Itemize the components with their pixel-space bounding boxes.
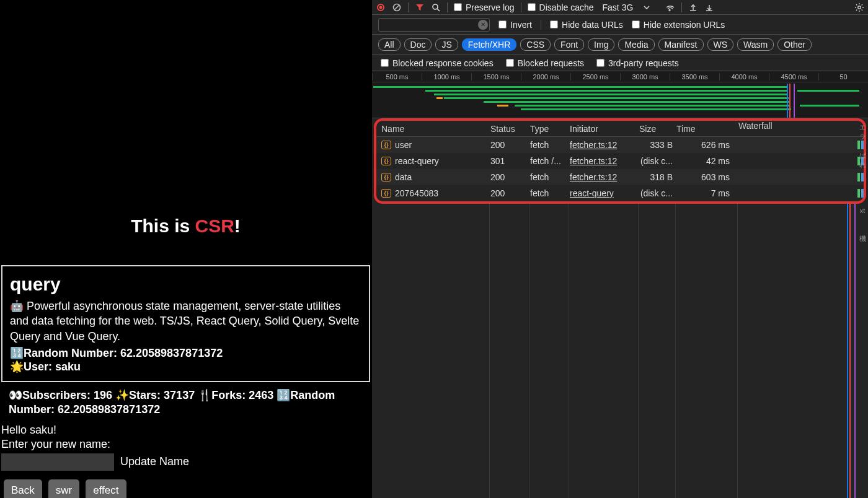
clear-filter-icon[interactable]: ✕ [478,20,488,30]
name-input[interactable] [1,453,114,471]
separator [447,2,448,12]
chip-fetch-xhr[interactable]: Fetch/XHR [462,38,516,51]
request-size: 318 B [639,172,676,182]
info-heading: query [10,274,361,295]
svg-line-5 [437,9,440,11]
col-status[interactable]: Status [490,124,530,134]
request-name: data [395,172,412,182]
download-icon[interactable] [704,2,714,12]
back-button[interactable]: Back [4,479,42,498]
tick: 1000 ms [422,73,471,81]
col-size[interactable]: Size [639,124,676,134]
chip-font[interactable]: Font [554,38,584,51]
request-type: fetch [530,172,570,182]
chip-manifest[interactable]: Manifest [658,38,704,51]
hide-data-urls-checkbox[interactable]: Hide data URLs [550,20,623,30]
chevron-down-icon[interactable] [642,2,652,12]
disable-cache-checkbox[interactable]: Disable cache [528,2,594,12]
separator [681,2,682,12]
request-initiator[interactable]: react-query [570,188,639,198]
overview-timeline[interactable]: 500 ms1000 ms1500 ms2000 ms2500 ms3000 m… [372,71,868,118]
blocked-response-cookies-checkbox[interactable]: Blocked response cookies [381,58,494,68]
request-initiator[interactable]: fetcher.ts:12 [570,172,639,182]
third-party-requests-checkbox[interactable]: 3rd-party requests [596,58,679,68]
gear-icon[interactable] [854,2,864,12]
chip-ws[interactable]: WS [707,38,734,51]
filter-icon[interactable] [415,2,425,12]
tick: 3000 ms [620,73,670,81]
svg-point-6 [858,6,861,9]
col-initiator[interactable]: Initiator [570,124,639,134]
request-name: user [395,140,412,150]
request-name: 207645083 [395,188,438,198]
table-row[interactable]: {}data200fetchfetcher.ts:12318 B603 ms [376,169,864,185]
title-pre: This is [131,216,195,236]
request-initiator[interactable]: fetcher.ts:12 [570,156,639,166]
chip-img[interactable]: Img [588,38,614,51]
request-initiator[interactable]: fetcher.ts:12 [570,140,639,150]
title-post: ! [234,216,241,236]
separator [541,20,541,30]
swr-button[interactable]: swr [48,479,79,498]
random-number-line: 🔢Random Number: 62.20589837871372 [10,346,361,360]
chip-wasm[interactable]: Wasm [737,38,774,51]
column-gridlines [372,204,738,498]
edge-annotation: エラばれ*xt機 [857,123,868,243]
preserve-log-checkbox[interactable]: Preserve log [454,2,515,12]
request-type: fetch /... [530,156,570,166]
dcl-line [847,204,848,498]
hello-text: Hello saku! [0,417,371,437]
request-time: 603 ms [676,172,738,182]
col-type[interactable]: Type [530,124,570,134]
request-name: react-query [395,156,439,166]
invert-checkbox[interactable]: Invert [498,20,532,30]
stats-line: 👀Subscribers: 196 ✨Stars: 37137 🍴Forks: … [0,382,371,417]
timeline-bars [372,84,868,118]
throttle-select[interactable]: Fast 3G [603,2,634,12]
chip-css[interactable]: CSS [520,38,551,51]
wifi-icon[interactable] [665,2,675,12]
json-icon: {} [381,157,391,165]
request-status: 200 [490,172,530,182]
tick: 50 [818,73,868,81]
timeline-ticks: 500 ms1000 ms1500 ms2000 ms2500 ms3000 m… [372,71,868,82]
col-waterfall[interactable]: Waterfall [738,121,864,136]
separator [521,2,521,12]
separator [408,2,409,12]
chip-other[interactable]: Other [777,38,812,51]
svg-line-3 [395,5,399,9]
chip-js[interactable]: JS [435,38,458,51]
table-row[interactable]: {}react-query301fetch /...fetcher.ts:12(… [376,153,864,169]
col-time[interactable]: Time [676,124,738,134]
hide-extension-urls-checkbox[interactable]: Hide extension URLs [632,20,725,30]
title-csr: CSR [195,216,234,236]
col-name[interactable]: Name [379,124,490,134]
tick: 500 ms [372,73,422,81]
more-filters-row: Blocked response cookies Blocked request… [372,55,868,71]
json-icon: {} [381,189,391,198]
table-header: Name Status Type Initiator Size Time Wat… [376,121,864,137]
chip-all[interactable]: All [378,38,401,51]
info-box: query 🤖 Powerful asynchronous state mana… [1,265,370,382]
tick: 4500 ms [769,73,818,81]
table-row[interactable]: {}user200fetchfetcher.ts:12333 B626 ms [376,137,864,153]
clear-icon[interactable] [392,2,402,12]
network-table-highlight: Name Status Type Initiator Size Time Wat… [374,118,866,204]
table-row[interactable]: {}207645083200fetchreact-query(disk c...… [376,185,864,201]
tick: 4000 ms [719,73,769,81]
blocked-requests-checkbox[interactable]: Blocked requests [506,58,584,68]
request-status: 301 [490,156,530,166]
upload-icon[interactable] [688,2,698,12]
effect-button[interactable]: effect [86,479,126,498]
chip-media[interactable]: Media [618,38,654,51]
request-time: 626 ms [676,140,738,150]
tick: 3500 ms [670,73,719,81]
filter-input[interactable] [378,18,490,32]
request-status: 200 [490,188,530,198]
search-icon[interactable] [431,2,441,12]
name-form: Update Name [0,451,371,473]
chip-doc[interactable]: Doc [404,38,432,51]
record-icon[interactable] [376,2,386,12]
request-waterfall [738,185,864,201]
request-size: 333 B [639,140,676,150]
